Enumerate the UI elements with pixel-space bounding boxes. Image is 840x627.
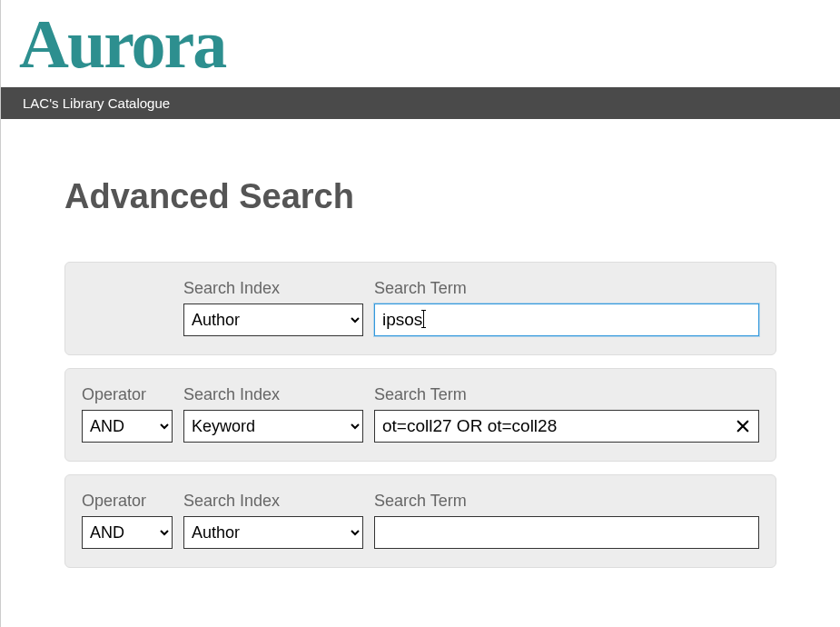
text-caret — [423, 310, 424, 328]
search-index-select[interactable]: KeywordAuthorTitleSubject — [183, 410, 363, 443]
main-content: Advanced Search Search IndexKeywordAutho… — [1, 119, 840, 568]
search-term-input[interactable] — [374, 410, 759, 443]
search-rows: Search IndexKeywordAuthorTitleSubjectSea… — [64, 262, 776, 568]
search-index-label: Search Index — [183, 492, 363, 511]
operator-select[interactable]: ANDORNOT — [82, 410, 173, 443]
operator-select[interactable]: ANDORNOT — [82, 516, 173, 549]
page-title: Advanced Search — [64, 177, 776, 216]
search-row: Search IndexKeywordAuthorTitleSubjectSea… — [64, 262, 776, 355]
search-term-label: Search Term — [374, 492, 759, 511]
site-logo: Aurora — [19, 9, 225, 78]
clear-icon[interactable] — [732, 415, 754, 437]
search-index-select[interactable]: KeywordAuthorTitleSubject — [183, 516, 363, 549]
topbar-catalogue-label: LAC's Library Catalogue — [1, 87, 840, 119]
search-term-label: Search Term — [374, 385, 759, 404]
search-row: OperatorANDORNOTSearch IndexKeywordAutho… — [64, 368, 776, 462]
search-term-input[interactable] — [374, 516, 759, 549]
search-term-label: Search Term — [374, 279, 759, 298]
search-index-label: Search Index — [183, 385, 363, 404]
search-row: OperatorANDORNOTSearch IndexKeywordAutho… — [64, 474, 776, 568]
search-index-select[interactable]: KeywordAuthorTitleSubject — [183, 304, 363, 336]
operator-label: Operator — [82, 492, 173, 511]
logo-area: Aurora — [1, 0, 840, 87]
operator-label: Operator — [82, 385, 173, 404]
search-term-input[interactable] — [374, 304, 759, 336]
search-index-label: Search Index — [183, 279, 363, 298]
